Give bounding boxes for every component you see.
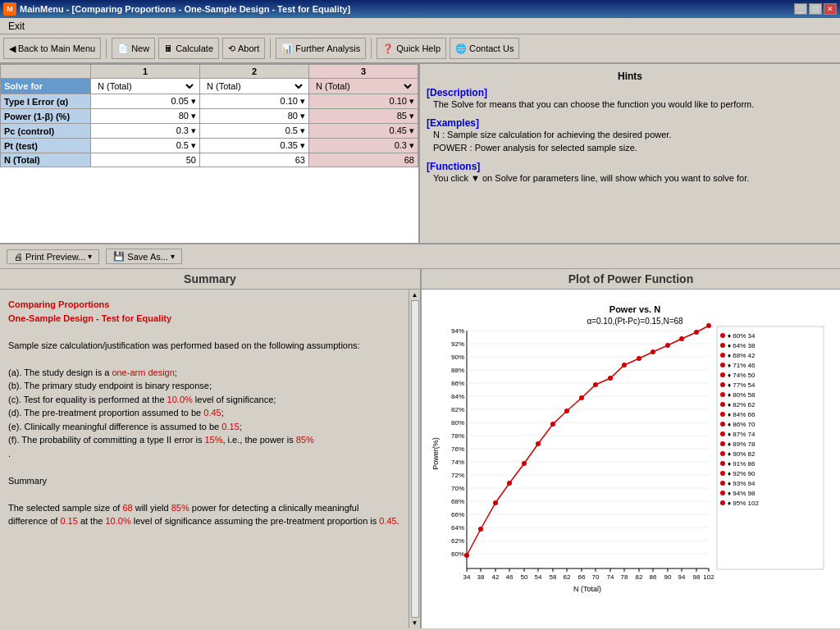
exit-menu-item[interactable]: Exit	[3, 20, 30, 33]
save-icon: 💾	[113, 251, 125, 262]
svg-text:62%: 62%	[451, 537, 464, 545]
ntotal-col3[interactable]: 68	[309, 153, 418, 167]
pc-col1[interactable]: 0.3 ▾	[91, 124, 200, 139]
summary-panel: Summary Comparing Proportions One-Sample…	[0, 269, 422, 628]
svg-point-110	[720, 491, 725, 495]
svg-text:78%: 78%	[451, 432, 464, 440]
hint-description: [Description] The Solve for means that y…	[427, 87, 833, 111]
scroll-thumb[interactable]	[411, 300, 419, 618]
svg-point-112	[720, 500, 725, 505]
table-row-pc: Pc (control) 0.3 ▾ 0.5 ▾ 0.45 ▾	[1, 124, 418, 139]
quick-help-button[interactable]: ❓ Quick Help	[377, 38, 446, 59]
svg-text:♦ 82% 62: ♦ 82% 62	[728, 401, 756, 409]
pt-col3[interactable]: 0.3 ▾	[309, 139, 418, 153]
close-button[interactable]: ✕	[824, 3, 837, 15]
svg-text:66%: 66%	[451, 511, 464, 518]
svg-text:102: 102	[703, 573, 714, 581]
minimize-button[interactable]: _	[794, 3, 807, 15]
hint-functions: [Functions] You click ▼ on Solve for par…	[427, 161, 833, 185]
svg-text:88%: 88%	[451, 367, 464, 374]
calculate-button[interactable]: 🖩 Calculate	[158, 38, 219, 59]
header-col3: 3	[309, 65, 418, 79]
svg-text:84%: 84%	[451, 393, 464, 400]
svg-text:80%: 80%	[451, 419, 464, 427]
type1-col1[interactable]: 0.05 ▾	[91, 94, 200, 109]
power-col3[interactable]: 85 ▾	[309, 109, 418, 124]
ntotal-col1[interactable]: 50	[91, 153, 200, 167]
title-bar: M MainMenu - [Comparing Proportions - On…	[0, 0, 840, 18]
svg-text:♦ 68% 42: ♦ 68% 42	[728, 352, 756, 359]
summary-text: The selected sample size of 68 will yiel…	[8, 501, 400, 528]
type1-col3[interactable]: 0.10 ▾	[309, 94, 418, 109]
hint-functions-text: You click ▼ on Solve for parameters line…	[433, 172, 833, 185]
hint-examples-label: [Examples]	[427, 117, 833, 129]
scroll-down-button[interactable]: ▼	[412, 619, 418, 627]
data-point-6	[536, 441, 541, 446]
save-as-button[interactable]: 💾 Save As... ▾	[106, 249, 182, 264]
svg-point-80	[720, 343, 725, 348]
power-label: Power (1-β) (%)	[1, 109, 91, 124]
solve-col1[interactable]: N (Total)	[91, 79, 200, 94]
toolbar: ◀ Back to Main Menu 📄 New 🖩 Calculate ⟲ …	[0, 34, 840, 64]
new-button[interactable]: 📄 New	[112, 38, 155, 59]
svg-text:42: 42	[492, 573, 500, 581]
svg-text:70: 70	[592, 573, 600, 581]
svg-text:34: 34	[463, 573, 471, 581]
svg-text:76%: 76%	[451, 445, 464, 453]
toolbar-separator-3	[371, 39, 372, 58]
summary-scrollbar[interactable]: ▲ ▼	[409, 290, 420, 628]
pc-col3[interactable]: 0.45 ▾	[309, 124, 418, 139]
ntotal-col2[interactable]: 63	[200, 153, 309, 167]
svg-text:86: 86	[650, 573, 657, 581]
solve-col3[interactable]: N (Total)	[309, 79, 418, 94]
solve-select-1[interactable]: N (Total)	[94, 80, 196, 92]
svg-text:♦ 86% 70: ♦ 86% 70	[728, 421, 756, 428]
svg-text:46: 46	[506, 573, 514, 581]
data-point-15	[665, 343, 670, 348]
svg-text:90%: 90%	[451, 354, 464, 361]
abort-button[interactable]: ⟲ Abort	[222, 38, 265, 59]
svg-text:♦ 77% 54: ♦ 77% 54	[728, 381, 756, 389]
plot-title: Plot of Power Function	[422, 269, 840, 290]
power-col1[interactable]: 80 ▾	[91, 109, 200, 124]
data-point-5	[522, 461, 527, 466]
svg-text:92%: 92%	[451, 340, 464, 348]
solve-select-2[interactable]: N (Total)	[203, 80, 305, 92]
data-point-3	[493, 500, 498, 505]
header-col2: 2	[200, 65, 309, 79]
svg-point-86	[720, 372, 725, 377]
app-icon: M	[3, 2, 16, 16]
type1-col2[interactable]: 0.10 ▾	[200, 94, 309, 109]
toolbar-separator-2	[270, 39, 271, 58]
pt-col2[interactable]: 0.35 ▾	[200, 139, 309, 153]
contact-us-button[interactable]: 🌐 Contact Us	[450, 38, 519, 59]
power-col2[interactable]: 80 ▾	[200, 109, 309, 124]
svg-text:68%: 68%	[451, 498, 464, 505]
print-preview-button[interactable]: 🖨 Print Preview... ▾	[7, 249, 99, 264]
svg-text:66: 66	[578, 573, 586, 581]
difference-highlight: 0.15	[221, 422, 239, 431]
pc-col2[interactable]: 0.5 ▾	[200, 124, 309, 139]
restore-button[interactable]: □	[809, 3, 822, 15]
back-to-main-menu-button[interactable]: ◀ Back to Main Menu	[3, 38, 101, 59]
header-col1: 1	[91, 65, 200, 79]
summary-item-f: (f). The probability of committing a typ…	[8, 433, 400, 447]
chart-area: Power(%) N (Total) 94%	[431, 323, 714, 593]
scroll-up-button[interactable]: ▲	[412, 291, 418, 299]
sig-level-highlight: 10.0%	[105, 516, 130, 526]
svg-text:♦ 92% 90: ♦ 92% 90	[728, 470, 756, 477]
solve-select-3[interactable]: N (Total)	[313, 80, 414, 92]
summary-para1: Sample size calculation/justification wa…	[8, 339, 400, 353]
svg-text:70%: 70%	[451, 485, 464, 492]
help-icon: ❓	[382, 43, 394, 54]
solve-col2[interactable]: N (Total)	[200, 79, 309, 94]
further-analysis-button[interactable]: 📊 Further Analysis	[276, 38, 366, 59]
summary-content[interactable]: Comparing Proportions One-Sample Design …	[0, 290, 409, 628]
data-point-14	[651, 349, 655, 354]
svg-text:74%: 74%	[451, 459, 464, 466]
pre-treatment-highlight: 0.45	[379, 516, 396, 526]
pt-col1[interactable]: 0.5 ▾	[91, 139, 200, 153]
svg-point-82	[720, 353, 725, 358]
top-section: 1 2 3 Solve for N (Total) N (Total)	[0, 64, 840, 244]
svg-point-104	[720, 461, 725, 466]
